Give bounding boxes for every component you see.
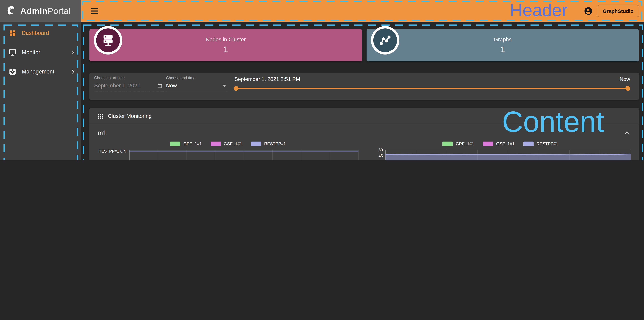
brand-text: AdminPortal — [20, 6, 71, 16]
collapse-button[interactable] — [624, 131, 630, 135]
end-time-value[interactable]: Now — [166, 83, 177, 89]
sidebar-item-management[interactable]: Management — [0, 62, 81, 81]
sidebar-item-dashboard[interactable]: Dashboard — [0, 23, 81, 43]
sidebar-item-label: Monitor — [22, 49, 40, 55]
graphstudio-link[interactable]: GraphStudio — [597, 5, 639, 17]
admin-portal-app: AdminPortal GraphStudio Dashboard — [0, 0, 644, 160]
chevron-right-icon — [70, 69, 75, 74]
node-group-label: m1 — [98, 129, 106, 137]
chart-legend: GPE_1#1GSE_1#1RESTPP#1 — [94, 140, 362, 148]
slider-end-label: Now — [620, 76, 630, 82]
brand-portal: Portal — [48, 6, 71, 15]
panel-title: Cluster Monitoring — [108, 113, 152, 119]
legend-label: GPE_1#1 — [184, 142, 202, 146]
svg-text:50: 50 — [378, 148, 383, 152]
legend-item[interactable]: RESTPP#1 — [251, 142, 286, 146]
time-range-panel: Choose start time September 1, 2021 Choo… — [90, 73, 639, 100]
legend-swatch — [442, 142, 453, 146]
graphs-card[interactable]: Graphs 1 — [366, 29, 639, 61]
slider-handle-end[interactable] — [625, 86, 630, 91]
legend-label: GPE_1#1 — [456, 142, 474, 146]
header-right: GraphStudio — [584, 0, 639, 22]
legend-swatch — [524, 142, 534, 146]
svg-text:RESTPP#1 ON: RESTPP#1 ON — [98, 149, 126, 153]
legend-label: GSE_1#1 — [496, 142, 514, 146]
legend-swatch — [170, 142, 180, 146]
time-slider: September 1, 2021 2:51 PM Now — [234, 73, 630, 100]
nodes-in-cluster-card[interactable]: Nodes in Cluster 1 — [90, 29, 362, 61]
slider-handle-start[interactable] — [234, 86, 238, 91]
svg-text:45: 45 — [378, 154, 383, 158]
service-status-plot: Sep 1 2:53 PMSep 1 2:54 PMSep 1 2:55 PMS… — [94, 148, 362, 160]
chevron-right-icon — [70, 50, 75, 55]
tiger-logo-icon — [6, 5, 17, 16]
legend-item[interactable]: GSE_1#1 — [210, 142, 242, 146]
end-time-label: Choose end time — [166, 76, 227, 80]
legend-swatch — [210, 142, 221, 146]
content-area: Nodes in Cluster 1 Graphs 1 — [81, 22, 644, 160]
summary-cards: Nodes in Cluster 1 Graphs 1 — [90, 29, 639, 61]
slider-current-time: September 1, 2021 2:51 PM — [234, 76, 300, 82]
grid-icon — [98, 113, 103, 119]
card-value: 1 — [500, 44, 505, 54]
brand-logo[interactable]: AdminPortal — [0, 0, 81, 22]
svg-text:40: 40 — [378, 160, 383, 160]
card-title: Nodes in Cluster — [206, 36, 246, 42]
dashboard-icon — [9, 29, 16, 37]
cpu-chart: GPE_1#1GSE_1#1RESTPP#1 Sep 1 2:53 PMSep … — [366, 140, 634, 160]
cluster-monitoring-panel: Cluster Monitoring m1 GPE_1#1GSE_1#1REST… — [90, 108, 639, 160]
chevron-down-icon[interactable] — [222, 84, 226, 87]
card-title: Graphs — [494, 36, 512, 42]
legend-item[interactable]: GPE_1#1 — [170, 142, 202, 146]
slider-track[interactable] — [236, 88, 628, 89]
chart-legend: GPE_1#1GSE_1#1RESTPP#1 — [366, 140, 634, 148]
gear-icon — [9, 68, 16, 75]
legend-item[interactable]: RESTPP#1 — [524, 142, 558, 146]
card-value: 1 — [224, 44, 228, 54]
start-time-label: Choose start time — [94, 76, 163, 80]
menu-icon[interactable] — [90, 5, 100, 16]
cpu-plot: Sep 1 2:53 PMSep 1 2:54 PMSep 1 2:55 PMS… — [366, 148, 634, 160]
legend-label: RESTPP#1 — [536, 142, 558, 146]
service-status-chart: GPE_1#1GSE_1#1RESTPP#1 Sep 1 2:53 PMSep … — [94, 140, 362, 160]
end-time-field[interactable]: Choose end time Now — [166, 76, 227, 91]
legend-label: GSE_1#1 — [224, 142, 242, 146]
calendar-icon[interactable] — [157, 83, 162, 88]
start-time-value[interactable]: September 1, 2021 — [94, 83, 140, 89]
legend-swatch — [251, 142, 261, 146]
start-time-field[interactable]: Choose start time September 1, 2021 — [94, 76, 163, 91]
legend-swatch — [483, 142, 493, 146]
sidebar: Dashboard Monitor — [0, 22, 81, 160]
account-icon[interactable] — [584, 6, 593, 15]
app-header: AdminPortal GraphStudio — [0, 0, 644, 22]
monitor-icon — [9, 49, 16, 56]
sidebar-nav: Dashboard Monitor — [0, 22, 81, 81]
sidebar-item-label: Dashboard — [22, 30, 49, 36]
legend-item[interactable]: GPE_1#1 — [442, 142, 474, 146]
legend-label: RESTPP#1 — [264, 142, 286, 146]
sidebar-item-monitor[interactable]: Monitor — [0, 43, 81, 62]
legend-item[interactable]: GSE_1#1 — [483, 142, 514, 146]
header-bar: GraphStudio — [81, 0, 644, 22]
brand-admin: Admin — [20, 6, 48, 15]
charts-grid: GPE_1#1GSE_1#1RESTPP#1 Sep 1 2:53 PMSep … — [90, 138, 639, 160]
sidebar-item-label: Management — [22, 68, 54, 75]
